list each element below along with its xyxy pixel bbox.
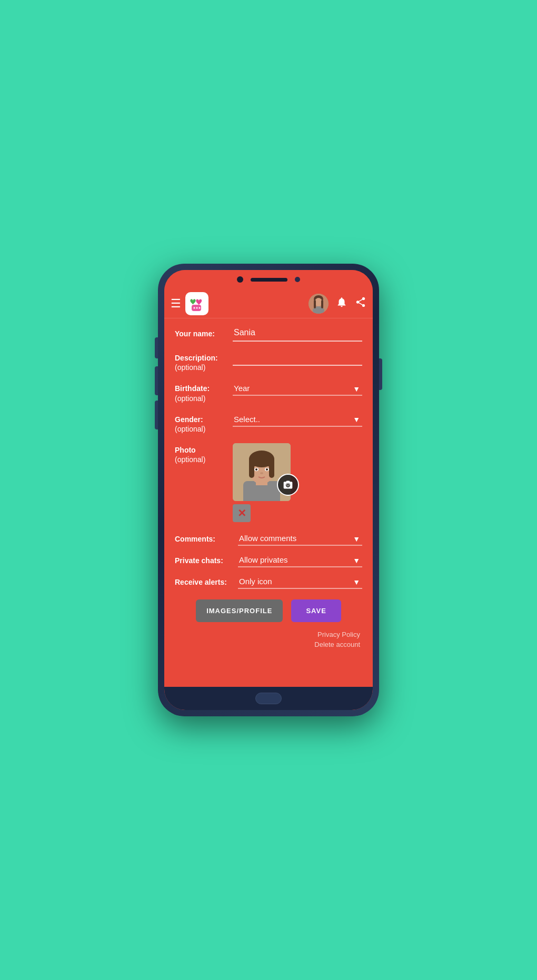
description-row: Description:(optional) [175, 351, 362, 372]
alerts-select[interactable]: Only icon Sound Vibration None [238, 575, 362, 589]
svg-point-21 [266, 468, 268, 471]
svg-rect-16 [249, 457, 254, 478]
receive-alerts-label: Receive alerts: [175, 578, 238, 586]
power-button [379, 358, 382, 390]
svg-point-2 [196, 307, 198, 308]
notification-bell-icon[interactable] [336, 296, 347, 311]
volume-up-button [155, 337, 158, 358]
birthdate-label: Birthdate:(optional) [175, 382, 233, 403]
svg-point-6 [315, 298, 322, 306]
speaker-bar [251, 278, 287, 282]
phone-bottom-bar [164, 687, 373, 710]
gender-label: Gender:(optional) [175, 413, 233, 434]
svg-point-22 [260, 472, 263, 474]
camera-dot [237, 276, 243, 283]
delete-account-link[interactable]: Delete account [314, 641, 360, 648]
svg-rect-8 [314, 300, 316, 308]
private-chats-select-wrapper: Allow privates No privates ▼ [238, 553, 362, 567]
share-icon[interactable] [355, 296, 366, 311]
photo-container [233, 443, 291, 501]
photo-area: ✕ [233, 443, 362, 522]
gender-row: Gender:(optional) Select.. Male Female O… [175, 413, 362, 434]
alerts-select-wrapper: Only icon Sound Vibration None ▼ [238, 575, 362, 589]
name-input-area [233, 327, 362, 342]
birthdate-input-area: Year 2000 1999 1998 1997 1996 1995 ▼ [233, 382, 362, 396]
svg-rect-17 [269, 457, 274, 478]
svg-point-1 [194, 307, 195, 308]
description-input-area [233, 351, 362, 366]
comments-select[interactable]: Allow comments No comments [238, 532, 362, 546]
gender-input-area: Select.. Male Female Other ▼ [233, 413, 362, 427]
action-buttons-row: IMAGES/PROFILE SAVE [175, 599, 362, 622]
svg-rect-9 [321, 300, 323, 308]
top-camera-bar [164, 270, 373, 289]
private-chats-label: Private chats: [175, 556, 238, 565]
images-profile-button[interactable]: IMAGES/PROFILE [196, 599, 283, 622]
x-icon: ✕ [237, 507, 246, 519]
name-row: Your name: [175, 327, 362, 342]
year-select[interactable]: Year 2000 1999 1998 1997 1996 1995 [233, 382, 362, 396]
birthdate-row: Birthdate:(optional) Year 2000 1999 1998… [175, 382, 362, 403]
links-area: Privacy Policy Delete account [175, 631, 360, 648]
comments-row: Comments: Allow comments No comments ▼ [175, 532, 362, 546]
bottom-spacer [175, 648, 362, 687]
privacy-policy-link[interactable]: Privacy Policy [317, 631, 360, 638]
toolbar: ☰ [164, 289, 373, 318]
settings-section: Comments: Allow comments No comments ▼ P… [175, 532, 362, 589]
avatar[interactable] [309, 294, 329, 314]
camera-icon [283, 479, 293, 490]
remove-photo-button[interactable]: ✕ [233, 504, 251, 522]
comments-select-wrapper: Allow comments No comments ▼ [238, 532, 362, 546]
name-label: Your name: [175, 327, 233, 338]
home-button[interactable] [255, 693, 282, 704]
svg-point-3 [199, 307, 201, 308]
name-input[interactable] [233, 327, 362, 342]
description-label: Description:(optional) [175, 351, 233, 372]
hamburger-menu-icon[interactable]: ☰ [171, 297, 181, 311]
receive-alerts-row: Receive alerts: Only icon Sound Vibratio… [175, 575, 362, 589]
year-select-wrapper: Year 2000 1999 1998 1997 1996 1995 ▼ [233, 382, 362, 396]
description-input[interactable] [233, 351, 362, 366]
photo-row: Photo(optional) [175, 443, 362, 522]
gender-select-wrapper: Select.. Male Female Other ▼ [233, 413, 362, 427]
toolbar-left: ☰ [171, 292, 208, 315]
toolbar-right [309, 294, 366, 314]
gender-select[interactable]: Select.. Male Female Other [233, 413, 362, 427]
content-area: Your name: Description:(optional) Birthd… [164, 318, 373, 687]
comments-label: Comments: [175, 535, 238, 543]
front-camera-dot [295, 277, 300, 282]
camera-button[interactable] [277, 474, 299, 496]
photo-label: Photo(optional) [175, 443, 233, 464]
volume-down-button [155, 366, 158, 395]
app-logo[interactable] [185, 292, 208, 315]
svg-point-20 [255, 468, 257, 471]
private-chats-row: Private chats: Allow privates No private… [175, 553, 362, 567]
private-chats-select[interactable]: Allow privates No privates [238, 553, 362, 567]
save-button[interactable]: SAVE [291, 599, 341, 622]
silent-button [155, 401, 158, 429]
